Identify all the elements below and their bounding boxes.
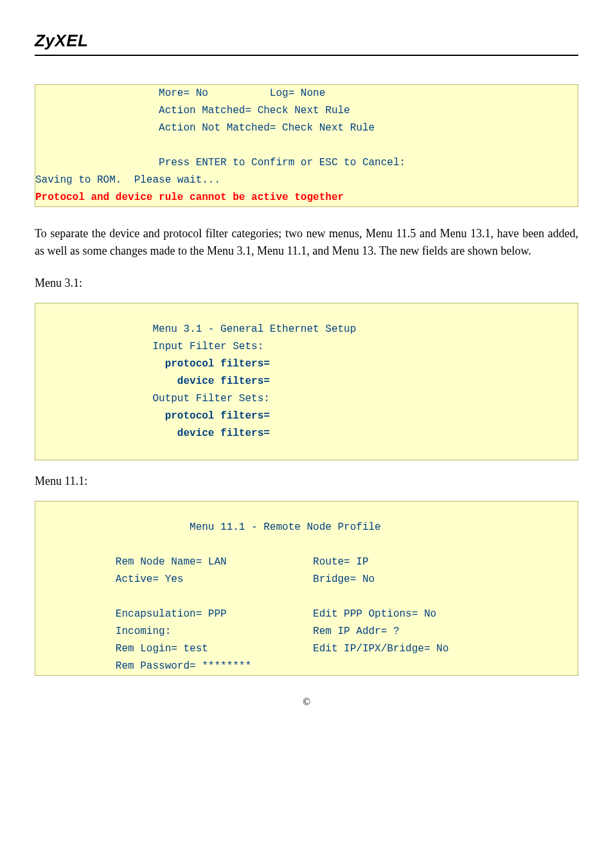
term3-incoming-remip: Incoming: Rem IP Addr= ?: [35, 626, 400, 637]
term1-line-more-log: More= No Log= None: [35, 87, 325, 99]
term2-output-proto: protocol filters=: [165, 410, 270, 422]
term2-input-sets: Input Filter Sets:: [35, 341, 263, 352]
term1-line-action-not-matched: Action Not Matched= Check Next Rule: [35, 122, 375, 134]
term1-line-action-matched: Action Matched= Check Next Rule: [35, 105, 350, 116]
paragraph-intro: To separate the device and protocol filt…: [35, 225, 578, 260]
copyright: ©: [35, 696, 578, 708]
term2-input-dev: device filters=: [177, 375, 270, 387]
term2-title: Menu 3.1 - General Ethernet Setup: [35, 323, 356, 335]
term3-active-bridge: Active= Yes Bridge= No: [35, 574, 375, 585]
menu111-label: Menu 11.1:: [35, 475, 578, 488]
terminal-block-3: Menu 11.1 - Remote Node Profile Rem Node…: [35, 501, 578, 676]
term3-nodename-route: Rem Node Name= LAN Route= IP: [35, 556, 368, 568]
menu31-label: Menu 3.1:: [35, 276, 578, 290]
term2-input-dev-indent: [35, 375, 177, 387]
term1-line-press-enter: Press ENTER to Confirm or ESC to Cancel:: [35, 157, 405, 168]
term1-error-line: Protocol and device rule cannot be activ…: [35, 192, 344, 203]
term3-title: Menu 11.1 - Remote Node Profile: [35, 521, 381, 533]
term3-encap-editppp: Encapsulation= PPP Edit PPP Options= No: [35, 608, 436, 620]
header-rule: [35, 55, 578, 56]
term2-input-proto-indent: [35, 358, 165, 370]
terminal-block-2: Menu 3.1 - General Ethernet Setup Input …: [35, 303, 578, 460]
term3-rempassword: Rem Password= ********: [35, 660, 251, 672]
brand-logo: ZyXEL: [35, 31, 578, 51]
term1-line-saving: Saving to ROM. Please wait...: [35, 174, 220, 186]
term2-output-dev-indent: [35, 428, 177, 439]
term3-remlogin-editip: Rem Login= test Edit IP/IPX/Bridge= No: [35, 643, 449, 655]
term2-input-proto: protocol filters=: [165, 358, 270, 370]
term2-output-proto-indent: [35, 410, 165, 422]
term2-output-dev: device filters=: [177, 428, 270, 439]
terminal-block-1: More= No Log= None Action Matched= Check…: [35, 84, 578, 207]
term2-output-sets: Output Filter Sets:: [35, 393, 270, 404]
